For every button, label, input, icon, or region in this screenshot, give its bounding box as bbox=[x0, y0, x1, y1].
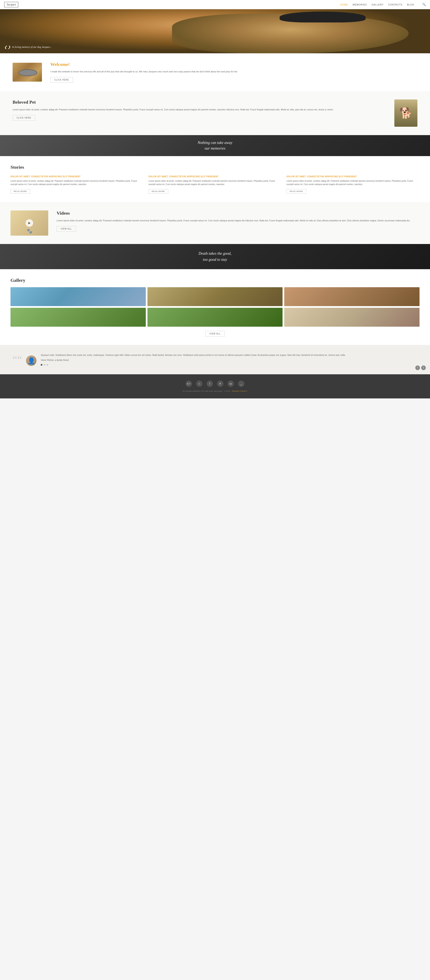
stories-section: Stories DOLOR SIT AMET, CONSECTETUR ADIP… bbox=[0, 156, 430, 202]
social-facebook-icon[interactable]: f bbox=[206, 380, 213, 387]
gallery-item-5[interactable] bbox=[148, 308, 283, 327]
story-heading-2: DOLOR SIT AMET, CONSECTETUR ADIPISCING E… bbox=[149, 175, 281, 178]
story-body-3: Lorem ipsum dolor sit amet, coctetur adi… bbox=[287, 180, 419, 186]
dog-sitting-image bbox=[394, 99, 417, 127]
nav-gallery[interactable]: GALLERY bbox=[371, 3, 384, 6]
testimonial-author: Victor Pitcher, a family friend bbox=[41, 358, 417, 362]
death-banner: Death takes the good, too good to stay bbox=[0, 244, 430, 269]
gallery-view-all-container: VIEW ALL bbox=[11, 331, 419, 337]
nav-memories[interactable]: MEMORIES bbox=[352, 3, 367, 6]
quote-mark-icon: ““ bbox=[13, 355, 22, 364]
memories-text: Nothing can take away our memories bbox=[198, 140, 232, 151]
gallery-item-4[interactable] bbox=[11, 308, 146, 327]
stories-grid: DOLOR SIT AMET, CONSECTETUR ADIPISCING E… bbox=[11, 175, 419, 194]
testimonial-text: Quisque nulls. Vestibulum libero nisl, p… bbox=[41, 353, 417, 366]
nav-contacts[interactable]: CONTACTS bbox=[388, 3, 403, 6]
social-twitter-icon[interactable]: t bbox=[196, 380, 202, 387]
gallery-item-1[interactable] bbox=[11, 287, 146, 306]
social-rss-icon[interactable]: ⎯ bbox=[238, 380, 244, 387]
scroll-buttons: ⇧ ⇩ bbox=[415, 366, 426, 370]
carousel-arrows[interactable]: ❮ ❯ bbox=[4, 45, 11, 49]
collar-image bbox=[13, 63, 42, 82]
story-read-more-3[interactable]: READ MORE bbox=[287, 189, 306, 194]
videos-text: Videos Lorem ipsum dolor sit amet, cocte… bbox=[57, 210, 419, 232]
hero-section: ❮ ❯ In loving memory of our dog Jacques.… bbox=[0, 9, 430, 53]
welcome-title: Welcome! bbox=[50, 62, 417, 67]
videos-section: ▶ 🐾 Videos Lorem ipsum dolor sit amet, c… bbox=[0, 202, 430, 244]
story-heading-1: DOLOR SIT AMET, CONSECTETUR ADIPISCING E… bbox=[11, 175, 143, 178]
hero-caption-text: In loving memory of our dog Jacques... bbox=[12, 46, 52, 49]
video-play-button[interactable]: ▶ bbox=[25, 219, 33, 227]
welcome-cta-button[interactable]: CLICK HERE bbox=[50, 77, 73, 83]
story-read-more-2[interactable]: READ MORE bbox=[149, 189, 168, 194]
stories-title: Stories bbox=[11, 164, 419, 170]
dot-3[interactable] bbox=[46, 364, 48, 366]
memories-banner: Nothing can take away our memories bbox=[0, 135, 430, 156]
gallery-section: Gallery VIEW ALL bbox=[0, 269, 430, 345]
gallery-item-6[interactable] bbox=[284, 308, 419, 327]
hero-caption: ❮ ❯ In loving memory of our dog Jacques.… bbox=[4, 45, 52, 49]
welcome-text: Welcome! I made this website to honor he… bbox=[50, 62, 417, 83]
death-text: Death takes the good, too good to stay bbox=[198, 250, 232, 262]
scroll-down-button[interactable]: ⇩ bbox=[421, 366, 426, 370]
paw-icon: 🐾 bbox=[27, 229, 32, 234]
testimonial-dots bbox=[41, 364, 417, 366]
gallery-item-2[interactable] bbox=[148, 287, 283, 306]
story-item-1: DOLOR SIT AMET, CONSECTETUR ADIPISCING E… bbox=[11, 175, 143, 194]
videos-view-all-button[interactable]: VIEW ALL bbox=[57, 226, 76, 232]
social-pinterest-icon[interactable]: P bbox=[217, 380, 224, 387]
gallery-title: Gallery bbox=[11, 278, 419, 283]
welcome-section: Welcome! I made this website to honor he… bbox=[0, 53, 430, 91]
gallery-item-3[interactable] bbox=[284, 287, 419, 306]
nav-blog[interactable]: BLOG bbox=[407, 3, 414, 6]
testimonial-avatar bbox=[26, 355, 36, 366]
privacy-policy-link[interactable]: Privacy policy bbox=[232, 390, 247, 392]
dot-2[interactable] bbox=[44, 364, 45, 366]
social-googleplus-icon[interactable]: G+ bbox=[186, 380, 192, 387]
story-body-2: Lorem ipsum dolor sit amet, coctetur adi… bbox=[149, 180, 281, 186]
social-linkedin-icon[interactable]: in bbox=[228, 380, 234, 387]
navigation: Jacques HOME MEMORIES GALLERY CONTACTS B… bbox=[0, 0, 430, 9]
videos-title: Videos bbox=[57, 210, 419, 216]
beloved-title: Beloved Pet bbox=[13, 99, 386, 105]
beloved-text: Beloved Pet Lorem ipsum dolor sit amet, … bbox=[13, 99, 386, 121]
testimonial-section: ““ Quisque nulls. Vestibulum libero nisl… bbox=[0, 345, 430, 374]
videos-body: Lorem ipsum dolor sit amet, coctetur adi… bbox=[57, 219, 419, 223]
social-icons: G+ t f P in ⎯ bbox=[186, 380, 244, 387]
hero-image bbox=[0, 9, 430, 53]
beloved-cta-button[interactable]: CLICK HERE bbox=[13, 115, 35, 121]
story-read-more-1[interactable]: READ MORE bbox=[11, 189, 30, 194]
footer-copy: IN LOVING MEMORY OF OUR DOG JACQUES · © … bbox=[183, 390, 247, 392]
scroll-up-button[interactable]: ⇧ bbox=[415, 366, 420, 370]
footer: G+ t f P in ⎯ IN LOVING MEMORY OF OUR DO… bbox=[0, 374, 430, 398]
story-item-3: DOLOR SIT AMET, CONSECTETUR ADIPISCING E… bbox=[287, 175, 419, 194]
site-logo[interactable]: Jacques bbox=[4, 2, 18, 7]
video-thumbnail[interactable]: ▶ 🐾 bbox=[11, 210, 48, 235]
story-body-1: Lorem ipsum dolor sit amet, coctetur adi… bbox=[11, 180, 143, 186]
nav-links: HOME MEMORIES GALLERY CONTACTS BLOG 🔍 bbox=[340, 3, 426, 6]
story-item-2: DOLOR SIT AMET, CONSECTETUR ADIPISCING E… bbox=[149, 175, 281, 194]
welcome-body: I made this website to honor her preciou… bbox=[50, 70, 417, 74]
testimonial-body: Quisque nulls. Vestibulum libero nisl, p… bbox=[41, 353, 417, 357]
gallery-grid bbox=[11, 287, 419, 327]
search-icon[interactable]: 🔍 bbox=[422, 3, 426, 6]
gallery-view-all-button[interactable]: VIEW ALL bbox=[205, 331, 225, 337]
nav-home[interactable]: HOME bbox=[340, 3, 348, 6]
beloved-body: Lorem ipsum dolor sit amet, coctetur adi… bbox=[13, 108, 386, 111]
story-heading-3: DOLOR SIT AMET, CONSECTETUR ADIPISCING E… bbox=[287, 175, 419, 178]
dot-1[interactable] bbox=[41, 364, 42, 366]
beloved-section: Beloved Pet Lorem ipsum dolor sit amet, … bbox=[0, 91, 430, 135]
